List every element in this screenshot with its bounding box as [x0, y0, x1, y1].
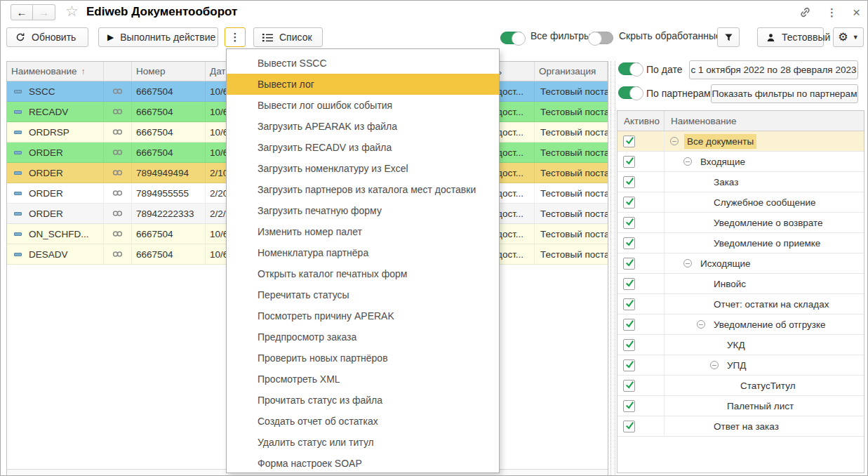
refresh-button[interactable]: Обновить	[6, 27, 88, 47]
tree-name-cell: Палетный лист	[665, 396, 864, 416]
menu-item[interactable]: Номенклатура партнёра	[227, 242, 499, 263]
settings-button[interactable]: ⚙ ▼	[833, 27, 864, 47]
tree-row[interactable]: Служебное сообщение	[617, 192, 864, 213]
more-actions-button[interactable]: ⋮	[225, 27, 246, 47]
cell-number: 6667504	[132, 122, 206, 142]
column-header-delivery[interactable]: ь	[497, 62, 535, 81]
favorite-star-icon[interactable]: ☆	[65, 3, 79, 20]
menu-item[interactable]: Загрузить печатную форму	[227, 200, 499, 221]
collapse-icon[interactable]	[710, 361, 719, 369]
checkbox[interactable]	[623, 135, 635, 147]
tree-row[interactable]: Инвойс	[617, 274, 864, 294]
checkbox[interactable]	[623, 400, 635, 412]
tree-active-cell	[617, 294, 665, 314]
cell-number: 78942222333	[132, 204, 206, 223]
menu-item[interactable]: Вывести лог ошибок события	[227, 95, 499, 116]
list-button[interactable]: Список	[253, 27, 323, 47]
tree-row[interactable]: Заказ	[617, 172, 864, 192]
checkbox[interactable]	[623, 237, 635, 249]
doc-name: ON_SCHFD...	[29, 229, 89, 239]
menu-item[interactable]: Форма настроек SOAP	[227, 453, 499, 474]
date-range-button[interactable]: с 1 октября 2022 по 28 февраля 2023	[689, 60, 858, 79]
checkbox[interactable]	[623, 298, 635, 310]
menu-item[interactable]: Вывести лог	[227, 74, 499, 95]
cell-name: ORDER	[7, 183, 104, 203]
tree-name-cell: Уведомление о возврате	[665, 213, 864, 232]
menu-item[interactable]: Прочитать статус из файла	[227, 390, 499, 411]
menu-item[interactable]: Загрузить APEARAK из файла	[227, 116, 499, 137]
menu-item[interactable]: Создать отчет об остатках	[227, 411, 499, 432]
hide-processed-label: Скрыть обработанные	[619, 30, 721, 41]
tree-row[interactable]: СтатусТитул	[617, 376, 864, 396]
checkbox[interactable]	[623, 421, 635, 432]
tree-row[interactable]: УПД	[617, 355, 864, 376]
tree-row[interactable]: Входящие	[617, 152, 864, 172]
tree-row[interactable]: Уведомление об отгрузке	[617, 315, 864, 335]
chevron-down-icon: ▼	[853, 34, 859, 41]
tree-header-active[interactable]: Активно	[617, 111, 665, 131]
tree-header-name[interactable]: Наименование	[665, 111, 864, 131]
cell-number: 6667504	[132, 143, 206, 162]
menu-item[interactable]: Посмотреть причину APERAK	[227, 305, 499, 326]
checkbox[interactable]	[623, 380, 635, 392]
checkbox[interactable]	[623, 176, 635, 188]
menu-item[interactable]: Изменить номер палет	[227, 221, 499, 242]
tree-active-cell	[617, 233, 665, 253]
get-link-icon[interactable]	[799, 6, 811, 18]
menu-item[interactable]: Вывести SSCC	[227, 53, 499, 74]
funnel-icon	[724, 33, 733, 42]
tree-row[interactable]: Уведомление о возврате	[617, 213, 864, 233]
menu-item[interactable]: Загрузить RECADV из файла	[227, 137, 499, 158]
collapse-icon[interactable]	[683, 157, 692, 166]
menu-item[interactable]: Загрузить партнеров из каталога мест дос…	[227, 179, 499, 200]
user-button[interactable]: Тестоввый	[757, 27, 824, 47]
checkbox[interactable]	[623, 197, 635, 209]
checkbox[interactable]	[623, 156, 635, 168]
cell-organization: Тестовый постав	[535, 163, 608, 183]
tree-row[interactable]: Палетный лист	[617, 396, 864, 416]
menu-item[interactable]: Удалить статус или титул	[227, 432, 499, 453]
menu-item[interactable]: Предпросмотр заказа	[227, 326, 499, 348]
menu-item[interactable]: Открыть каталог печатных форм	[227, 263, 499, 284]
tree-item-label: УКД	[724, 338, 748, 352]
column-header-number[interactable]: Номер	[132, 62, 206, 81]
tree-item-label: Инвойс	[711, 277, 749, 291]
checkbox[interactable]	[623, 217, 635, 229]
window-menu-icon[interactable]: ⋮	[827, 7, 837, 18]
cell-organization: Тестовый постав	[535, 102, 608, 121]
chain-link-icon	[112, 229, 123, 239]
back-button[interactable]: ←	[11, 4, 33, 20]
menu-item[interactable]: Загрузить номенклатуру из Excel	[227, 158, 499, 179]
hide-processed-toggle[interactable]	[589, 32, 613, 44]
tree-row[interactable]: УКД	[617, 335, 864, 355]
checkbox[interactable]	[623, 359, 635, 371]
panel-splitter[interactable]	[610, 61, 615, 476]
checkbox[interactable]	[623, 258, 635, 270]
column-header-link[interactable]	[104, 62, 132, 81]
by-partners-toggle[interactable]	[618, 86, 643, 99]
filter-button[interactable]	[717, 27, 740, 47]
tree-row[interactable]: Исходящие	[617, 253, 864, 274]
collapse-icon[interactable]	[697, 320, 705, 329]
show-partner-filters-button[interactable]: Показать фильтры по партнерам	[711, 84, 858, 103]
forward-button[interactable]: →	[33, 4, 55, 20]
column-header-name[interactable]: Наименование ↑	[7, 62, 104, 81]
menu-item[interactable]: Перечитать статусы	[227, 284, 499, 305]
tree-row[interactable]: Отчет: остатки на складах	[617, 294, 864, 315]
menu-item[interactable]: Просмотреть XML	[227, 369, 499, 390]
checkbox[interactable]	[623, 319, 635, 331]
by-date-toggle[interactable]	[618, 62, 643, 75]
collapse-icon[interactable]	[683, 259, 692, 267]
menu-item[interactable]: Проверить новых партнёров	[227, 348, 499, 369]
tree-item-label: СтатусТитул	[737, 378, 799, 393]
tree-row[interactable]: Уведомление о приемке	[617, 233, 864, 253]
column-header-org[interactable]: Организация	[535, 62, 608, 81]
collapse-icon[interactable]	[670, 137, 679, 145]
checkbox[interactable]	[623, 339, 635, 351]
checkbox[interactable]	[623, 278, 635, 290]
tree-row[interactable]: Ответ на заказ	[617, 416, 864, 437]
execute-action-button[interactable]: ▶ Выполнить действие	[98, 27, 218, 47]
all-filters-toggle[interactable]	[500, 32, 525, 44]
tree-row[interactable]: Все документы	[617, 131, 864, 152]
close-icon[interactable]: ×	[853, 6, 860, 19]
